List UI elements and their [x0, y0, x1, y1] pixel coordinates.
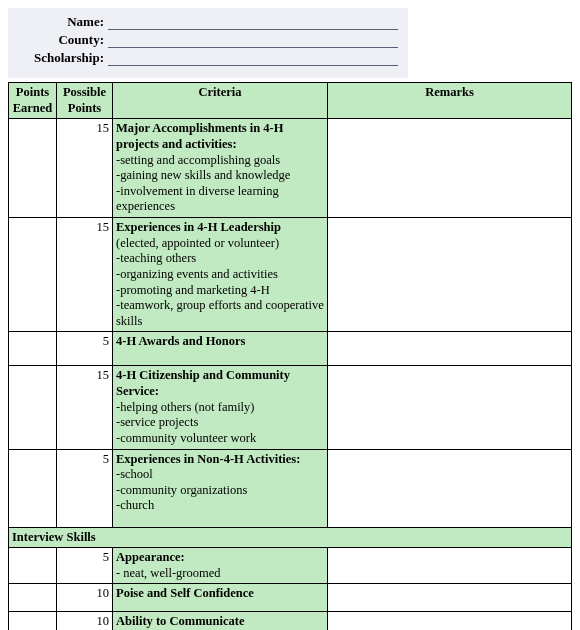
header-row-scholarship: Scholarship:: [18, 50, 398, 66]
header-block: Name: County: Scholarship:: [8, 8, 408, 78]
county-label: County:: [18, 32, 108, 48]
scoring-table: Points Earned Possible Points Criteria R…: [8, 82, 572, 630]
scholarship-label: Scholarship:: [18, 50, 108, 66]
table-row: 15Experiences in 4-H Leadership (elected…: [9, 218, 572, 332]
criteria-cell: Experiences in 4-H Leadership (elected, …: [113, 218, 328, 332]
possible-points-cell: 15: [57, 218, 113, 332]
points-earned-cell[interactable]: [9, 366, 57, 449]
criteria-cell: 4-H Awards and Honors: [113, 332, 328, 366]
header-row-name: Name:: [18, 14, 398, 30]
table-row: 5Appearance:- neat, well-groomed: [9, 548, 572, 584]
col-points-earned: Points Earned: [9, 83, 57, 119]
points-earned-cell[interactable]: [9, 218, 57, 332]
points-earned-cell[interactable]: [9, 119, 57, 218]
remarks-cell[interactable]: [328, 218, 572, 332]
criteria-cell: Appearance:- neat, well-groomed: [113, 548, 328, 584]
criteria-cell: 4-H Citizenship and Community Service:-h…: [113, 366, 328, 449]
remarks-cell[interactable]: [328, 366, 572, 449]
remarks-cell[interactable]: [328, 332, 572, 366]
remarks-cell[interactable]: [328, 119, 572, 218]
criteria-cell: Major Accomplishments in 4-H projects an…: [113, 119, 328, 218]
table-header-row: Points Earned Possible Points Criteria R…: [9, 83, 572, 119]
points-earned-cell[interactable]: [9, 584, 57, 612]
possible-points-cell: 5: [57, 332, 113, 366]
section-heading: Interview Skills: [9, 527, 572, 548]
possible-points-cell: 15: [57, 119, 113, 218]
table-row: 10Poise and Self Confidence: [9, 584, 572, 612]
table-row: 10Ability to Communicate- clearly expres…: [9, 612, 572, 630]
header-row-county: County:: [18, 32, 398, 48]
scholarship-input-line[interactable]: [108, 52, 398, 66]
table-row: 5Experiences in Non-4-H Activities:-scho…: [9, 449, 572, 527]
col-possible-points: Possible Points: [57, 83, 113, 119]
possible-points-cell: 5: [57, 449, 113, 527]
criteria-cell: Ability to Communicate- clearly expresse…: [113, 612, 328, 630]
remarks-cell[interactable]: [328, 612, 572, 630]
points-earned-cell[interactable]: [9, 449, 57, 527]
table-row: 54-H Awards and Honors: [9, 332, 572, 366]
remarks-cell[interactable]: [328, 548, 572, 584]
col-remarks: Remarks: [328, 83, 572, 119]
remarks-cell[interactable]: [328, 449, 572, 527]
table-row: 154-H Citizenship and Community Service:…: [9, 366, 572, 449]
points-earned-cell[interactable]: [9, 548, 57, 584]
criteria-cell: Poise and Self Confidence: [113, 584, 328, 612]
section-heading-row: Interview Skills: [9, 527, 572, 548]
name-label: Name:: [18, 14, 108, 30]
possible-points-cell: 5: [57, 548, 113, 584]
name-input-line[interactable]: [108, 16, 398, 30]
table-row: 15Major Accomplishments in 4-H projects …: [9, 119, 572, 218]
remarks-cell[interactable]: [328, 584, 572, 612]
county-input-line[interactable]: [108, 34, 398, 48]
possible-points-cell: 15: [57, 366, 113, 449]
points-earned-cell[interactable]: [9, 332, 57, 366]
possible-points-cell: 10: [57, 612, 113, 630]
col-criteria: Criteria: [113, 83, 328, 119]
possible-points-cell: 10: [57, 584, 113, 612]
points-earned-cell[interactable]: [9, 612, 57, 630]
criteria-cell: Experiences in Non-4-H Activities:-schoo…: [113, 449, 328, 527]
